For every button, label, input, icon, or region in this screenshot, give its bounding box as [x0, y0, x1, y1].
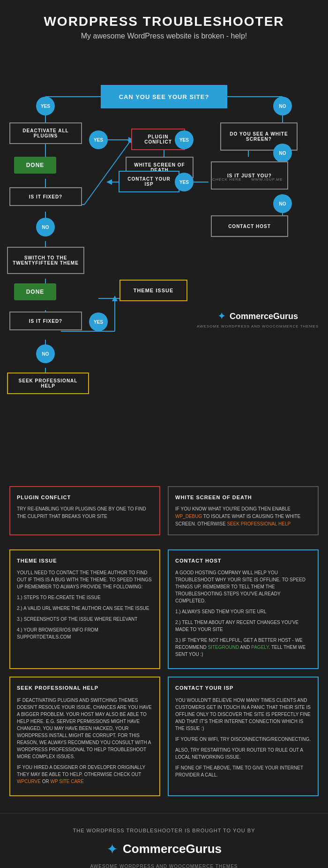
wpcurve-link[interactable]: WPCURVE — [17, 779, 41, 784]
white-screen-detail: WHITE SCREEN OF DEATH IF YOU KNOW WHAT Y… — [168, 486, 319, 535]
pagely-link[interactable]: PAGELY — [251, 645, 268, 650]
can-you-see-box: CAN YOU SEE YOUR SITE? — [101, 85, 227, 108]
is-it-just-you-box: IS IT JUST YOU? — [211, 161, 288, 190]
footer-brand-logo: ✦ CommerceGurus — [9, 841, 319, 857]
seek-professional-info-title: SEEK PROFESSIONAL HELP — [17, 684, 153, 692]
commerce-gurus-icon-flow: ✦ — [217, 310, 226, 322]
plugin-conflict-detail-title: PLUGIN CONFLICT — [17, 494, 153, 502]
contact-isp-text3: ALSO, TRY RESTARTING YOUR ROUTER TO RULE… — [175, 746, 311, 761]
flowchart: CAN YOU SEE YOUR SITE? YES NO DEACTIVATE… — [0, 50, 328, 481]
no-circle-fixed1: NO — [36, 218, 55, 236]
white-screen-detail-text: IF YOU KNOW WHAT YOU'RE DOING THEN ENABL… — [175, 505, 311, 528]
contact-host-list-1: 1.) ALWAYS SEND THEM YOUR SITE URL — [175, 608, 311, 615]
no-circle-do-you-see: NO — [273, 144, 292, 162]
wpsite-link[interactable]: WP SITE CARE — [51, 779, 84, 784]
yes-circle-white: YES — [175, 130, 194, 149]
contact-host-box: CONTACT HOST — [211, 215, 288, 237]
yes-circle-left: YES — [36, 97, 55, 115]
commerce-gurus-logo-flow: ✦ CommerceGurus AWESOME WORDPRESS AND WO… — [197, 310, 319, 328]
no-circle-just-you: NO — [273, 194, 292, 213]
commerce-gurus-tagline-flow: AWESOME WORDPRESS AND WOOCOMMERCE THEMES — [197, 324, 319, 328]
mid-boxes: PLUGIN CONFLICT TRY RE-ENABLING YOUR PLU… — [0, 481, 328, 540]
contact-host-list-3: 3.) IF THEY'RE NOT HELPFUL, GET A BETTER… — [175, 637, 311, 658]
page-title: WORDPRESS TROUBLESHOOTER — [9, 14, 319, 29]
footer-tagline: THE WORDPRESS TROUBLESHOOTER IS BROUGHT … — [9, 828, 319, 833]
theme-issue-box: THEME ISSUE — [119, 280, 187, 301]
contact-isp-text4: IF NONE OF THE ABOVE, TIME TO GIVE YOUR … — [175, 764, 311, 778]
seek-professional-box: SEEK PROFESSIONAL HELP — [7, 373, 89, 394]
plugin-conflict-detail-text: TRY RE-ENABLING YOUR PLUGINS ONE BY ONE … — [17, 505, 153, 520]
page-subtitle: My awesome WordPress website is broken -… — [9, 32, 319, 40]
footer: THE WORDPRESS TROUBLESHOOTER IS BROUGHT … — [0, 813, 328, 868]
theme-issue-info: THEME ISSUE YOU'LL NEED TO CONTACT THE T… — [9, 549, 160, 670]
page-wrapper: WORDPRESS TROUBLESHOOTER My awesome Word… — [0, 0, 328, 868]
seek-professional-text1: IF DEACTIVATING PLUGINS AND SWITCHING TH… — [17, 697, 153, 760]
contact-host-list-2: 2.) TELL THEM ABOUT ANY RECENT CHANGES Y… — [175, 619, 311, 633]
switch-theme-box: SWITCH TO THE TWENTYFIFTEEN THEME — [7, 247, 84, 274]
contact-isp-text1: YOU WOULDN'T BELIEVE HOW MANY TIMES CLIE… — [175, 697, 311, 732]
plugin-conflict-detail: PLUGIN CONFLICT TRY RE-ENABLING YOUR PLU… — [9, 486, 160, 535]
is-it-fixed1-box: IS IT FIXED? — [9, 187, 82, 206]
done2-box: DONE — [14, 283, 56, 300]
white-screen-detail-title: WHITE SCREEN OF DEATH — [175, 494, 311, 502]
contact-host-info-text: A GOOD HOSTING COMPANY WILL HELP YOU TRO… — [175, 569, 311, 604]
contact-host-info-title: CONTACT HOST — [175, 557, 311, 565]
yes-circle-isp: YES — [175, 173, 194, 191]
contact-isp-text2: IF YOU'RE ON WIFI, TRY DISCONNECTING/REC… — [175, 736, 311, 743]
theme-issue-list-1: 1.) STEPS TO RE-CREATE THE ISSUE — [17, 594, 153, 601]
seek-professional-link[interactable]: SEEK PROFESSIONAL HELP — [227, 521, 291, 526]
wp-debug-link[interactable]: WP_DEBUG — [175, 514, 202, 519]
footer-brand-name: CommerceGurus — [123, 842, 222, 856]
contact-isp-info: CONTACT YOUR ISP YOU WOULDN'T BELIEVE HO… — [168, 677, 319, 796]
commerce-gurus-name-flow: CommerceGurus — [230, 312, 298, 321]
isup-me-link[interactable]: WWW.ISUP.ME — [251, 177, 283, 182]
info-row-2: SEEK PROFESSIONAL HELP IF DEACTIVATING P… — [9, 677, 319, 796]
seek-professional-info: SEEK PROFESSIONAL HELP IF DEACTIVATING P… — [9, 677, 160, 796]
siteground-link[interactable]: SITEGROUND — [208, 645, 239, 650]
no-circle-fixed2: NO — [36, 344, 55, 363]
contact-isp-info-title: CONTACT YOUR ISP — [175, 684, 311, 692]
info-row-1: THEME ISSUE YOU'LL NEED TO CONTACT THE T… — [9, 549, 319, 670]
contact-isp-box: CONTACT YOUR ISP — [119, 171, 179, 192]
contact-host-info: CONTACT HOST A GOOD HOSTING COMPANY WILL… — [168, 549, 319, 670]
header: WORDPRESS TROUBLESHOOTER My awesome Word… — [0, 0, 328, 50]
is-it-fixed2-box: IS IT FIXED? — [9, 312, 82, 330]
theme-issue-info-title: THEME ISSUE — [17, 557, 153, 565]
theme-issue-info-text: YOU'LL NEED TO CONTACT THE THEME AUTHOR … — [17, 569, 153, 590]
theme-issue-list-3: 3.) SCREENSHOTS OF THE ISSUE WHERE RELEV… — [17, 616, 153, 623]
theme-issue-list-2: 2.) A VALID URL WHERE THE AUTHOR CAN SEE… — [17, 605, 153, 612]
theme-issue-list-4: 4.) YOUR BROWSER/OS INFO FROM SUPPORTDET… — [17, 626, 153, 640]
check-here-label[interactable]: CHECK HERE — [212, 177, 241, 182]
yes-circle-fixed2: YES — [89, 312, 108, 331]
deactivate-box: DEACTIVATE ALL PLUGINS — [9, 122, 82, 144]
done1-box: DONE — [14, 157, 56, 174]
no-circle-right: NO — [273, 97, 292, 115]
yes-circle-mid: YES — [89, 130, 108, 149]
footer-brand-sub: AWESOME WORDPRESS AND WOOCOMMERCE THEMES — [9, 864, 319, 868]
seek-professional-text2: IF YOU HIRED A DESIGNER OR DEVELOPER ORI… — [17, 764, 153, 785]
bottom-sections: THEME ISSUE YOU'LL NEED TO CONTACT THE T… — [0, 540, 328, 813]
footer-brand-icon: ✦ — [106, 841, 118, 857]
